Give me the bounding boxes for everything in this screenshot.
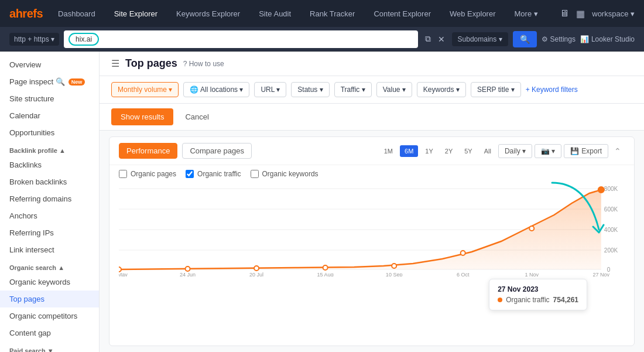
svg-text:600K: 600K [604, 206, 618, 213]
url-chip[interactable]: hix.ai [68, 33, 99, 46]
sidebar-item-calendar[interactable]: Calendar [0, 107, 99, 124]
nav-more[interactable]: More ▾ [511, 7, 542, 20]
traffic-filter[interactable]: Traffic ▾ [334, 82, 372, 97]
sidebar-section-organic: Organic search ▲ [0, 258, 99, 274]
action-bar: Show results Cancel [100, 104, 644, 131]
logo[interactable]: ahrefs [9, 7, 43, 20]
export-button[interactable]: 💾 Export [564, 144, 608, 158]
svg-text:24 Jun: 24 Jun [180, 272, 196, 276]
svg-text:6 Oct: 6 Oct [457, 272, 470, 276]
main-layout: Overview Page inspect 🔍 New Site structu… [0, 52, 644, 352]
external-link-icon[interactable]: ⧉ [423, 33, 433, 45]
organic-keywords-checkbox[interactable] [251, 170, 259, 178]
time-6m[interactable]: 6M [400, 145, 418, 157]
protocol-selector[interactable]: http + https ▾ [9, 33, 59, 46]
chart-svg-container: 800K 600K 400K 200K 0 [109, 183, 634, 346]
main-content: ☰ Top pages ? How to use Monthly volume … [100, 52, 644, 352]
nav-site-audit[interactable]: Site Audit [255, 7, 294, 20]
sidebar-item-referring-domains[interactable]: Referring domains [0, 190, 99, 207]
legend-organic-pages[interactable]: Organic pages [119, 170, 176, 178]
legend-organic-keywords-label: Organic keywords [262, 170, 318, 178]
sidebar-item-link-intersect[interactable]: Link intersect [0, 241, 99, 258]
grid-icon[interactable]: ▦ [576, 8, 585, 19]
chart-point-1 [186, 266, 190, 271]
sidebar-item-overview[interactable]: Overview [0, 56, 99, 73]
looker-studio-button[interactable]: 📊 Looker Studio [580, 35, 635, 43]
sidebar-item-backlinks[interactable]: Backlinks [0, 156, 99, 173]
monitor-icon[interactable]: 🖥 [560, 8, 569, 19]
chart-point-6 [529, 226, 534, 231]
legend-organic-keywords[interactable]: Organic keywords [251, 170, 318, 178]
sidebar-section-paid: Paid search ▼ [0, 341, 99, 352]
page-title: Top pages [125, 57, 177, 70]
time-1y[interactable]: 1Y [420, 145, 437, 157]
chart-point-5 [461, 251, 465, 255]
organic-traffic-checkbox[interactable] [186, 170, 194, 178]
url-filter[interactable]: URL ▾ [254, 82, 286, 97]
nav-rank-tracker[interactable]: Rank Tracker [306, 7, 358, 20]
sidebar-item-anchors[interactable]: Anchors [0, 207, 99, 224]
sidebar-item-content-gap[interactable]: Content gap [0, 324, 99, 341]
tab-compare-pages[interactable]: Compare pages [182, 143, 252, 159]
chart-point-7 [598, 187, 604, 193]
chart-area: Performance Compare pages 1M 6M 1Y 2Y 5Y… [109, 136, 635, 346]
hamburger-icon[interactable]: ☰ [111, 58, 119, 69]
page-header: ☰ Top pages ? How to use [100, 52, 644, 76]
url-actions: ⧉ ✕ [423, 33, 447, 45]
close-icon[interactable]: ✕ [436, 33, 447, 45]
sidebar: Overview Page inspect 🔍 New Site structu… [0, 52, 100, 352]
sidebar-item-broken-backlinks[interactable]: Broken backlinks [0, 173, 99, 190]
chart-point-4 [392, 264, 396, 268]
sidebar-item-referring-ips[interactable]: Referring IPs [0, 224, 99, 241]
sidebar-item-page-inspect[interactable]: Page inspect 🔍 New [0, 73, 99, 90]
svg-text:10 Sep: 10 Sep [386, 272, 403, 276]
time-all[interactable]: All [479, 145, 496, 157]
nav-content-explorer[interactable]: Content Explorer [370, 7, 434, 20]
organic-pages-checkbox[interactable] [119, 170, 127, 178]
legend-organic-traffic-label: Organic traffic [197, 170, 241, 178]
keyword-filters-button[interactable]: + Keyword filters [526, 86, 578, 94]
cancel-button[interactable]: Cancel [178, 108, 215, 125]
sidebar-section-backlink: Backlink profile ▲ [0, 141, 99, 156]
nav-keywords-explorer[interactable]: Keywords Explorer [173, 7, 244, 20]
chart-header: Performance Compare pages 1M 6M 1Y 2Y 5Y… [109, 137, 634, 165]
camera-button[interactable]: 📷 ▾ [535, 144, 561, 158]
svg-text:800K: 800K [604, 186, 618, 192]
time-1m[interactable]: 1M [379, 145, 398, 157]
sidebar-item-site-structure[interactable]: Site structure [0, 90, 99, 107]
subdomains-button[interactable]: Subdomains ▾ [452, 32, 508, 46]
top-navigation: ahrefs Dashboard Site Explorer Keywords … [0, 0, 644, 27]
nav-dashboard[interactable]: Dashboard [54, 7, 99, 20]
show-results-button[interactable]: Show results [111, 108, 173, 125]
filter-bar: Monthly volume ▾ 🌐 All locations ▾ URL ▾… [100, 76, 644, 104]
time-2y[interactable]: 2Y [440, 145, 457, 157]
sidebar-item-opportunities[interactable]: Opportunities [0, 124, 99, 141]
serp-title-filter[interactable]: SERP title ▾ [471, 82, 521, 97]
chart-point-2 [254, 266, 259, 271]
status-filter[interactable]: Status ▾ [291, 82, 329, 97]
settings-button[interactable]: ⚙ Settings [542, 35, 576, 43]
daily-button[interactable]: Daily ▾ [498, 144, 532, 158]
nav-site-explorer[interactable]: Site Explorer [111, 7, 161, 20]
nav-web-explorer[interactable]: Web Explorer [446, 7, 499, 20]
sidebar-item-top-pages[interactable]: Top pages [0, 291, 99, 307]
workspace-button[interactable]: workspace ▾ [592, 9, 635, 18]
svg-text:400K: 400K [604, 227, 618, 233]
url-input-container: hix.ai [64, 30, 417, 48]
monthly-volume-filter[interactable]: Monthly volume ▾ [111, 82, 179, 97]
how-to-use-button[interactable]: ? How to use [183, 60, 224, 68]
keywords-filter[interactable]: Keywords ▾ [417, 82, 466, 97]
search-button[interactable]: 🔍 [513, 31, 537, 47]
tab-performance[interactable]: Performance [119, 143, 177, 159]
sidebar-item-organic-competitors[interactable]: Organic competitors [0, 307, 99, 324]
chart-tooltip: 27 Nov 2023 Organic traffic 754,261 [489, 279, 587, 310]
tooltip-date: 27 Nov 2023 [498, 285, 578, 293]
svg-text:29 May: 29 May [119, 272, 128, 276]
sidebar-item-organic-keywords[interactable]: Organic keywords [0, 274, 99, 291]
time-5y[interactable]: 5Y [460, 145, 477, 157]
value-filter[interactable]: Value ▾ [376, 82, 412, 97]
collapse-icon[interactable]: ⌃ [611, 144, 625, 158]
svg-text:27 Nov: 27 Nov [592, 272, 609, 276]
all-locations-filter[interactable]: 🌐 All locations ▾ [183, 82, 249, 97]
legend-organic-traffic[interactable]: Organic traffic [186, 170, 241, 178]
